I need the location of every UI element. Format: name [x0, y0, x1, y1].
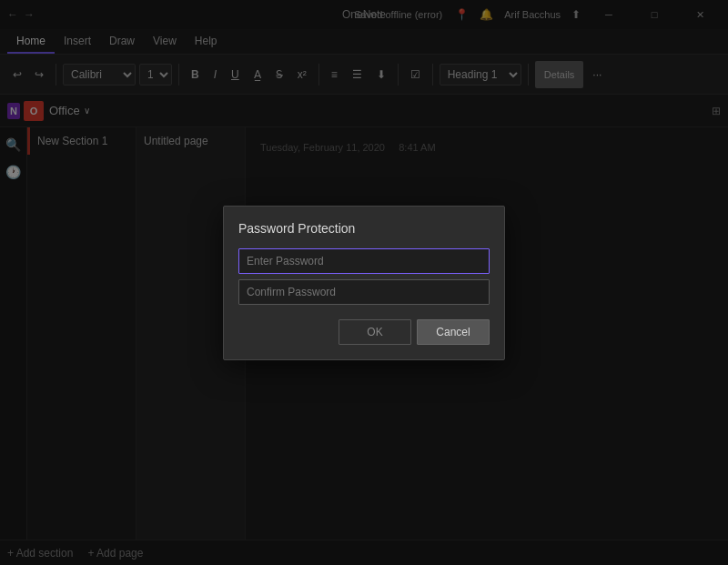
ok-button[interactable]: OK — [339, 319, 411, 345]
confirm-password-input[interactable] — [238, 279, 490, 305]
cancel-button[interactable]: Cancel — [417, 319, 490, 345]
dialog-title: Password Protection — [238, 221, 490, 236]
password-dialog: Password Protection OK Cancel — [223, 206, 505, 360]
dialog-buttons: OK Cancel — [238, 319, 490, 345]
dialog-overlay: Password Protection OK Cancel — [0, 0, 728, 565]
password-input[interactable] — [238, 248, 490, 274]
